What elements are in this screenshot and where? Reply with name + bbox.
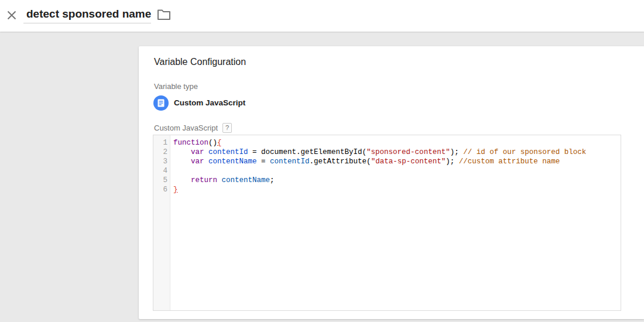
code-token-kw: function: [173, 139, 208, 147]
code-token-pl: [204, 157, 209, 166]
code-token-pl: [173, 148, 191, 156]
code-token-str: "data-sp-content": [371, 157, 446, 166]
close-button[interactable]: [4, 7, 20, 23]
code-token-pl: document.getElementById(: [261, 148, 366, 156]
code-token-str: "sponsored-content": [366, 148, 450, 156]
close-icon: [6, 9, 18, 21]
code-token-pl: [173, 157, 191, 166]
code-token-com: //custom attribute name: [459, 157, 560, 166]
custom-javascript-icon: [153, 95, 169, 111]
card-title: Variable Configuration: [154, 57, 246, 67]
code-token-var: contentId: [270, 157, 310, 166]
code-token-def: contentName: [208, 157, 257, 166]
code-line: var contentName = contentId.getAttribute…: [173, 157, 618, 166]
code-content[interactable]: function(){ var contentId = document.get…: [170, 135, 621, 310]
variable-type-row[interactable]: Custom JavaScript: [153, 95, 245, 111]
code-line: }: [173, 185, 618, 194]
code-token-pl: );: [450, 148, 464, 156]
code-token-pl: =: [257, 157, 270, 166]
line-number-gutter: 123456: [153, 135, 170, 310]
code-token-pl: .getAttribute(: [310, 157, 371, 166]
line-number: 1: [153, 138, 170, 148]
code-token-var: contentName: [222, 176, 270, 184]
code-token-br: {: [217, 139, 222, 147]
folder-button[interactable]: [156, 8, 172, 23]
code-token-br: }: [173, 186, 178, 194]
page: { "header": { "title_value": "detect spo…: [0, 0, 644, 322]
code-line: [173, 166, 618, 176]
code-token-pl: [204, 148, 209, 156]
code-field-label-row: Custom JavaScript ?: [154, 123, 232, 132]
code-token-com: // id of our sponsored block: [463, 148, 586, 156]
code-token-pl: ;: [270, 176, 275, 184]
line-number: 2: [153, 148, 170, 157]
code-line: var contentId = document.getElementById(…: [173, 148, 618, 157]
code-field-label: Custom JavaScript: [154, 124, 218, 132]
code-token-pl: =: [248, 148, 262, 156]
top-bar: detect sponsored name: [0, 0, 644, 32]
code-token-kw: return: [191, 176, 217, 184]
code-editor[interactable]: 123456 function(){ var contentId = docum…: [153, 135, 621, 311]
code-token-pl: (): [208, 139, 217, 147]
code-token-pl: [217, 176, 222, 184]
help-badge[interactable]: ?: [222, 123, 232, 133]
line-number: 4: [153, 166, 170, 176]
variable-name-text: detect sponsored name: [23, 5, 151, 23]
folder-icon: [157, 9, 171, 21]
line-number: 5: [153, 176, 170, 185]
variable-type-label: Variable type: [154, 82, 198, 91]
code-token-kw: var: [191, 148, 204, 156]
code-token-kw: var: [191, 157, 204, 166]
line-number: 6: [153, 185, 170, 194]
variable-name-input[interactable]: detect sponsored name: [23, 5, 151, 23]
code-token-pl: [173, 176, 191, 184]
variable-type-value: Custom JavaScript: [174, 98, 245, 107]
code-token-pl: );: [446, 157, 459, 166]
code-token-def: contentId: [208, 148, 248, 156]
code-line: function(){: [173, 138, 618, 148]
variable-configuration-card: Variable Configuration Variable type Cus…: [139, 46, 644, 319]
code-line: return contentName;: [173, 176, 618, 185]
line-number: 3: [153, 157, 170, 166]
